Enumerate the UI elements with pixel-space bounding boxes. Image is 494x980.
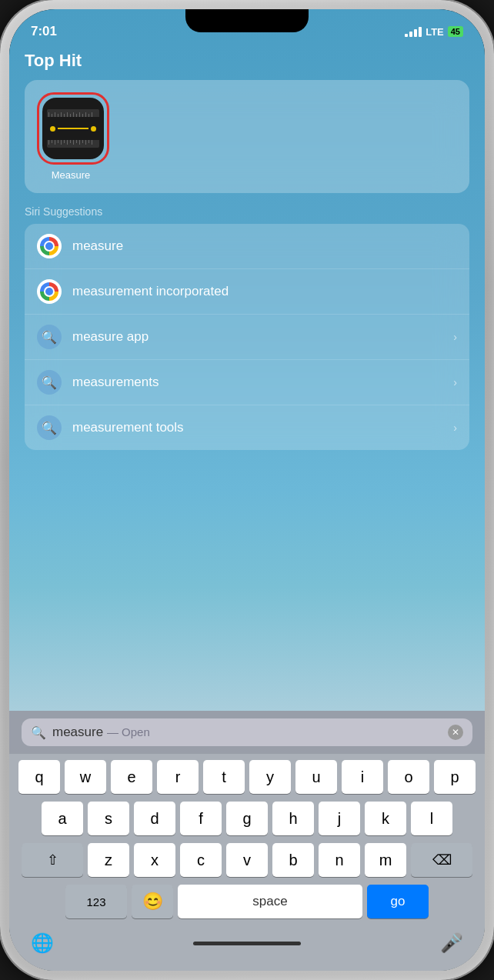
key-t[interactable]: t — [203, 760, 245, 794]
phone-screen: 7:01 LTE 45 Top Hit — [9, 9, 485, 971]
screen: 7:01 LTE 45 Top Hit — [9, 9, 485, 971]
suggestion-text-1: measure — [72, 238, 457, 254]
search-bar[interactable]: 🔍 measure — Open ✕ — [22, 718, 472, 746]
signal-bar-4 — [419, 27, 422, 37]
search-icon-5: 🔍 — [37, 415, 62, 440]
search-area: 🔍 measure — Open ✕ — [9, 711, 485, 754]
key-g[interactable]: g — [226, 802, 268, 835]
suggestion-item[interactable]: measurement incorporated — [25, 269, 469, 315]
key-e[interactable]: e — [111, 760, 152, 794]
key-z[interactable]: z — [88, 843, 129, 877]
search-icon-3: 🔍 — [37, 325, 62, 349]
lte-badge: 45 — [448, 26, 463, 37]
key-y[interactable]: y — [249, 760, 291, 794]
suggestion-item[interactable]: 🔍 measurement tools › — [25, 405, 469, 450]
chrome-ring — [40, 237, 58, 255]
chrome-icon-1 — [37, 234, 62, 258]
key-n[interactable]: n — [319, 843, 360, 877]
search-clear-button[interactable]: ✕ — [448, 725, 463, 740]
key-k[interactable]: k — [365, 802, 406, 835]
chrome-ring — [40, 282, 58, 301]
key-s[interactable]: s — [88, 802, 129, 835]
backspace-key[interactable]: ⌫ — [411, 843, 472, 877]
chevron-icon-5: › — [453, 422, 457, 434]
key-w[interactable]: w — [65, 760, 106, 794]
suggestion-item[interactable]: 🔍 measure app › — [25, 315, 469, 360]
keyboard-row-3: ⇧ z x c v b n m ⌫ — [12, 843, 482, 877]
chevron-icon-3: › — [453, 331, 457, 343]
key-o[interactable]: o — [388, 760, 429, 794]
key-j[interactable]: j — [319, 802, 360, 835]
home-indicator — [193, 942, 301, 945]
search-input[interactable]: measure — Open — [52, 725, 442, 740]
keyboard-row-2: a s d f g h j k l — [12, 802, 482, 835]
key-i[interactable]: i — [342, 760, 383, 794]
globe-icon[interactable]: 🌐 — [31, 932, 54, 954]
suggestions-list: measure measurement incorporated 🔍 measu… — [25, 224, 469, 450]
numbers-key[interactable]: 123 — [65, 885, 127, 918]
siri-suggestions-label: Siri Suggestions — [25, 205, 469, 218]
app-name-label: Measure — [37, 169, 105, 181]
shift-key[interactable]: ⇧ — [22, 843, 83, 877]
keyboard-row-1: q w e r t y u i o p — [12, 760, 482, 794]
app-icon-highlight — [37, 92, 109, 165]
key-v[interactable]: v — [226, 843, 268, 877]
chrome-icon-2 — [37, 279, 62, 304]
suggestion-text-2: measurement incorporated — [72, 284, 457, 299]
status-time: 7:01 — [31, 24, 57, 39]
key-l[interactable]: l — [411, 802, 452, 835]
key-r[interactable]: r — [157, 760, 199, 794]
signal-bar-2 — [409, 32, 412, 37]
keyboard-bottom-bar: 🌐 🎤 — [12, 926, 482, 968]
search-icon-4: 🔍 — [37, 370, 62, 395]
search-bar-icon: 🔍 — [31, 725, 46, 740]
measure-app-icon[interactable] — [42, 98, 104, 159]
key-q[interactable]: q — [18, 760, 60, 794]
top-hit-title: Top Hit — [25, 51, 469, 71]
key-f[interactable]: f — [180, 802, 222, 835]
mic-icon[interactable]: 🎤 — [440, 932, 463, 954]
signal-bars — [405, 27, 422, 37]
suggestion-text-3: measure app — [72, 329, 453, 345]
status-right-icons: LTE 45 — [405, 26, 463, 38]
top-hit-card[interactable]: Measure — [25, 80, 469, 193]
top-hit-app: Measure — [37, 92, 457, 181]
suggestion-item[interactable]: 🔍 measurements › — [25, 360, 469, 405]
key-x[interactable]: x — [134, 843, 175, 877]
space-key[interactable]: space — [178, 885, 362, 918]
chevron-icon-4: › — [453, 376, 457, 388]
signal-bar-1 — [405, 34, 408, 37]
key-c[interactable]: c — [180, 843, 222, 877]
key-d[interactable]: d — [134, 802, 175, 835]
keyboard-row-4: 123 😊 space go — [12, 885, 482, 918]
key-u[interactable]: u — [295, 760, 337, 794]
notch — [185, 9, 309, 32]
key-b[interactable]: b — [272, 843, 314, 877]
phone-frame: 7:01 LTE 45 Top Hit — [0, 0, 494, 980]
suggestion-text-4: measurements — [72, 375, 453, 390]
key-p[interactable]: p — [434, 760, 476, 794]
go-key[interactable]: go — [367, 885, 429, 918]
key-h[interactable]: h — [272, 802, 314, 835]
key-a[interactable]: a — [42, 802, 83, 835]
lte-label: LTE — [426, 26, 444, 38]
suggestion-text-5: measurement tools — [72, 420, 453, 435]
emoji-key[interactable]: 😊 — [132, 885, 173, 918]
key-m[interactable]: m — [365, 843, 406, 877]
suggestion-item[interactable]: measure — [25, 224, 469, 269]
keyboard: q w e r t y u i o p a s d f g — [9, 754, 485, 971]
signal-bar-3 — [414, 29, 417, 37]
content-area: Top Hit — [9, 43, 485, 711]
